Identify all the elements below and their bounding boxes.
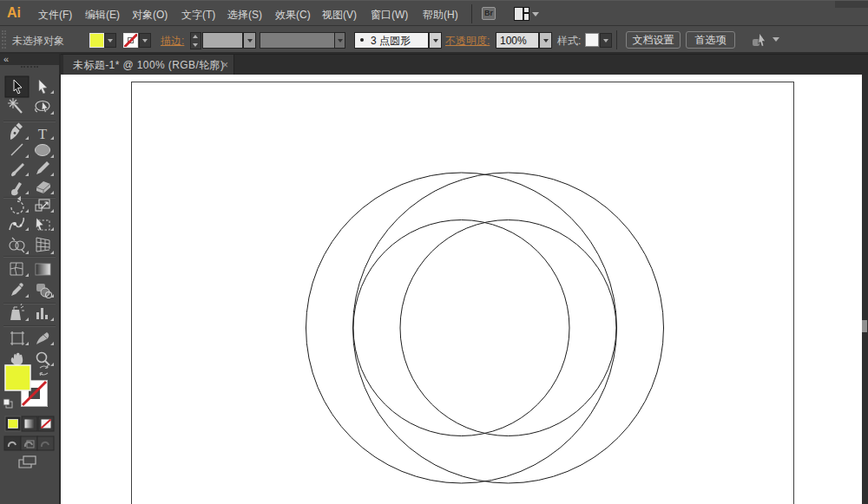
svg-text:T: T [38,126,48,142]
